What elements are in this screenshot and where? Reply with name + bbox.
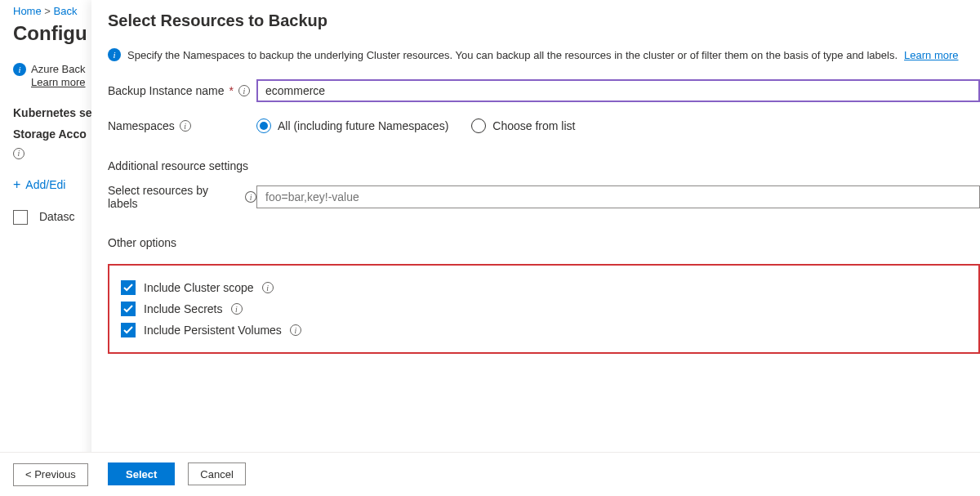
checkbox-empty[interactable] xyxy=(13,210,28,225)
info-icon: i xyxy=(13,63,26,76)
pane-note-text: Specify the Namespaces to backup the und… xyxy=(127,49,898,61)
storage-label: Storage Acco xyxy=(13,127,91,141)
checkbox-checked-icon xyxy=(121,280,136,295)
namespaces-radio-group: All (including future Namespaces) Choose… xyxy=(256,118,575,133)
radio-all-namespaces[interactable]: All (including future Namespaces) xyxy=(256,118,448,133)
checkbox-secrets-label: Include Secrets xyxy=(144,302,223,315)
other-options-heading: Other options xyxy=(108,236,980,249)
page-title: Configu xyxy=(13,22,91,45)
add-edit-label: Add/Edi xyxy=(25,178,65,191)
previous-button[interactable]: < Previous xyxy=(13,463,88,486)
namespaces-row: Namespaces i All (including future Names… xyxy=(108,118,980,133)
info-circle-icon: i xyxy=(290,324,301,336)
add-edit-link[interactable]: + Add/Edi xyxy=(13,177,91,192)
instance-name-label: Backup Instance name * i xyxy=(108,84,256,97)
breadcrumb: Home > Back xyxy=(13,5,91,17)
select-button[interactable]: Select xyxy=(108,462,175,485)
instance-name-label-text: Backup Instance name xyxy=(108,84,224,97)
breadcrumb-back[interactable]: Back xyxy=(54,5,78,17)
instance-name-row: Backup Instance name * i xyxy=(108,79,980,102)
checkbox-pv-label: Include Persistent Volumes xyxy=(144,324,282,337)
pane-title: Select Resources to Backup xyxy=(108,11,980,30)
checkbox-cluster-label: Include Cluster scope xyxy=(144,281,254,294)
labels-label-text: Select resources by labels xyxy=(108,184,240,210)
labels-input[interactable] xyxy=(256,185,980,208)
info-circle-icon: i xyxy=(245,191,256,203)
checkbox-checked-icon xyxy=(121,323,136,337)
breadcrumb-sep: > xyxy=(44,5,51,17)
namespaces-label-text: Namespaces xyxy=(108,119,175,132)
info-icon: i xyxy=(108,48,121,61)
labels-label: Select resources by labels i xyxy=(108,184,256,210)
info-circle-icon: i xyxy=(262,282,274,293)
labels-row: Select resources by labels i xyxy=(108,184,980,210)
info-banner: i Azure Back Learn more xyxy=(13,63,91,88)
datasource-row[interactable]: Datasc xyxy=(13,210,91,225)
pane-note: i Specify the Namespaces to backup the u… xyxy=(108,48,980,61)
radio-choose-from-list[interactable]: Choose from list xyxy=(471,118,575,133)
info-circle-icon: i xyxy=(13,148,24,159)
info-text: Azure Back xyxy=(31,63,85,75)
info-circle-icon: i xyxy=(238,85,250,96)
breadcrumb-home[interactable]: Home xyxy=(13,5,42,17)
learn-more-link[interactable]: Learn more xyxy=(31,76,85,88)
checkbox-secrets[interactable]: Include Secrets i xyxy=(121,302,964,316)
checkbox-checked-icon xyxy=(121,302,136,316)
pane-footer-buttons: Select Cancel xyxy=(108,462,246,485)
radio-icon-selected xyxy=(256,118,271,133)
select-resources-pane: Select Resources to Backup i Specify the… xyxy=(91,0,980,496)
radio-choose-label: Choose from list xyxy=(492,119,575,132)
radio-icon-unselected xyxy=(471,118,486,133)
checkbox-pv[interactable]: Include Persistent Volumes i xyxy=(121,323,964,337)
info-circle-icon: i xyxy=(231,303,243,315)
instance-name-input[interactable] xyxy=(256,79,980,102)
k8s-label: Kubernetes se xyxy=(13,106,91,119)
namespaces-label: Namespaces i xyxy=(108,119,256,132)
background-panel: Home > Back Configu i Azure Back Learn m… xyxy=(0,0,91,496)
info-circle-icon: i xyxy=(180,120,191,132)
other-options-highlight: Include Cluster scope i Include Secrets … xyxy=(108,264,980,354)
radio-all-label: All (including future Namespaces) xyxy=(278,119,448,132)
learn-more-link[interactable]: Learn more xyxy=(904,49,958,61)
checkbox-cluster-scope[interactable]: Include Cluster scope i xyxy=(121,280,964,295)
datasource-label: Datasc xyxy=(39,210,75,223)
cancel-button[interactable]: Cancel xyxy=(188,462,245,485)
required-asterisk: * xyxy=(229,84,233,97)
additional-settings-heading: Additional resource settings xyxy=(108,159,980,172)
plus-icon: + xyxy=(13,177,20,192)
